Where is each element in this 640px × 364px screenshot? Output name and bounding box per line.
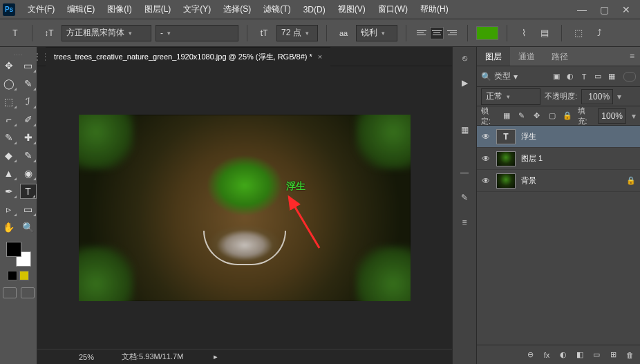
tool-healing[interactable]: ⌐ xyxy=(1,112,17,127)
orientation-icon[interactable]: ↕T xyxy=(41,25,57,41)
opacity-input[interactable]: 100% xyxy=(581,89,613,104)
document-tab-close[interactable]: × xyxy=(318,52,322,61)
layer-name[interactable]: 图层 1 xyxy=(521,153,543,164)
tool-history[interactable]: ✚ xyxy=(20,130,37,145)
layer-row[interactable]: 👁 背景 🔒 xyxy=(477,170,640,192)
tool-eraser[interactable]: ◆ xyxy=(1,148,17,163)
lock-all-icon[interactable]: 🔒 xyxy=(563,111,572,121)
tab-handle-icon[interactable]: ⋮⋮ xyxy=(37,47,46,66)
share-icon[interactable]: ⤴ xyxy=(591,25,608,41)
tool-dodge[interactable]: ◉ xyxy=(20,166,37,181)
group-icon[interactable]: ▭ xyxy=(592,350,601,359)
tool-lasso[interactable]: ◯ xyxy=(1,76,17,91)
window-minimize[interactable]: — xyxy=(571,2,593,17)
lock-transparent-icon[interactable]: ▦ xyxy=(502,111,511,121)
font-family-dropdown[interactable]: 方正粗黑宋简体 xyxy=(62,25,151,41)
canvas-text-layer[interactable]: 浮生 xyxy=(286,180,305,193)
warp-text-icon[interactable]: ⌇ xyxy=(516,25,532,41)
3d-icon[interactable]: ⬚ xyxy=(570,25,587,41)
tool-crop[interactable]: ⬚ xyxy=(1,94,17,109)
tools-handle[interactable] xyxy=(8,51,29,55)
window-maximize[interactable]: ▢ xyxy=(593,2,615,17)
filter-shape-icon[interactable]: ▭ xyxy=(593,72,603,82)
mini-swatches[interactable] xyxy=(8,271,29,280)
menu-select[interactable]: 选择(S) xyxy=(218,1,256,18)
layer-filter-dropdown[interactable]: 🔍 类型 ▾ xyxy=(481,70,518,82)
layer-mask-icon[interactable]: ◐ xyxy=(558,350,568,359)
tool-move[interactable]: ✥ xyxy=(1,58,17,73)
filter-toggle[interactable] xyxy=(623,72,636,82)
layer-name[interactable]: 浮生 xyxy=(521,131,536,142)
menu-3d[interactable]: 3D(D) xyxy=(298,2,331,17)
menu-image[interactable]: 图像(I) xyxy=(102,1,137,18)
delete-layer-icon[interactable]: 🗑 xyxy=(625,351,634,359)
fill-input[interactable]: 100% xyxy=(598,108,626,124)
layer-name[interactable]: 背景 xyxy=(521,175,536,186)
strip-icon-3[interactable]: — xyxy=(456,166,473,180)
menu-view[interactable]: 视图(V) xyxy=(332,1,371,18)
tool-zoom[interactable]: 🔍 xyxy=(20,220,37,235)
layer-fx-icon[interactable]: fx xyxy=(542,351,552,359)
tool-gradient[interactable]: ✎ xyxy=(20,148,37,163)
char-panel-icon[interactable]: ▤ xyxy=(536,25,553,41)
doc-info-arrow-icon[interactable]: ▸ xyxy=(214,352,218,361)
menu-edit[interactable]: 编辑(E) xyxy=(62,1,100,18)
filter-smart-icon[interactable]: ▦ xyxy=(607,72,617,82)
strip-icon-2[interactable]: ▦ xyxy=(456,123,473,137)
visibility-toggle[interactable]: 👁 xyxy=(481,132,491,142)
tool-preset-icon[interactable]: T xyxy=(7,25,23,41)
window-close[interactable]: ✕ xyxy=(615,2,637,17)
text-color-swatch[interactable] xyxy=(476,26,498,40)
menu-help[interactable]: 帮助(H) xyxy=(415,1,454,18)
tool-shape[interactable]: ▭ xyxy=(20,202,37,217)
font-style-dropdown[interactable]: - xyxy=(156,25,238,41)
antialias-dropdown[interactable]: 锐利 xyxy=(356,25,397,41)
menu-window[interactable]: 窗口(W) xyxy=(373,1,413,18)
tab-paths[interactable]: 路径 xyxy=(543,47,576,66)
filter-adjust-icon[interactable]: ◐ xyxy=(565,72,575,82)
lock-position-icon[interactable]: ✥ xyxy=(532,111,542,121)
doc-size-info[interactable]: 文档:5.93M/11.7M xyxy=(122,352,183,362)
lock-artboard-icon[interactable]: ▢ xyxy=(547,111,557,121)
canvas-viewport[interactable]: 浮生 xyxy=(37,66,452,349)
align-left[interactable] xyxy=(415,27,429,39)
quickmask-toggle[interactable] xyxy=(3,287,35,298)
layer-row[interactable]: 👁 图层 1 xyxy=(477,148,640,170)
tool-pen[interactable]: ✒ xyxy=(1,184,17,199)
tool-blur[interactable]: ▲ xyxy=(1,166,17,181)
color-swatch[interactable] xyxy=(6,242,31,267)
adjustment-layer-icon[interactable]: ◧ xyxy=(575,350,585,359)
tab-channels[interactable]: 通道 xyxy=(510,47,543,66)
tool-eyedropper[interactable]: ℐ xyxy=(20,94,37,109)
tool-quickselect[interactable]: ✎ xyxy=(20,76,37,91)
tool-brush[interactable]: ✐ xyxy=(20,112,37,127)
blend-mode-dropdown[interactable]: 正常 xyxy=(481,88,540,105)
filter-type-icon[interactable]: T xyxy=(579,72,589,82)
menu-layer[interactable]: 图层(L) xyxy=(139,1,177,18)
align-center[interactable] xyxy=(430,27,444,39)
tab-layers[interactable]: 图层 xyxy=(477,47,510,66)
menu-filter[interactable]: 滤镜(T) xyxy=(258,1,296,18)
tool-hand[interactable]: ✋ xyxy=(1,220,17,235)
visibility-toggle[interactable]: 👁 xyxy=(481,154,491,164)
tool-clone[interactable]: ✎ xyxy=(1,130,17,145)
strip-icon-1[interactable]: ▶ xyxy=(456,76,473,90)
zoom-level[interactable]: 25% xyxy=(79,353,94,361)
panel-menu-icon[interactable]: ≡ xyxy=(624,47,640,66)
menu-file[interactable]: 文件(F) xyxy=(22,1,60,18)
align-right[interactable] xyxy=(445,27,459,39)
document-tab[interactable]: trees_trees_creative_nature_green_1920x1… xyxy=(46,47,330,66)
layer-row[interactable]: 👁 T 浮生 xyxy=(477,126,640,148)
new-layer-icon[interactable]: ⊞ xyxy=(608,350,618,359)
link-layers-icon[interactable]: ⊖ xyxy=(525,350,535,359)
menu-type[interactable]: 文字(Y) xyxy=(178,1,216,18)
strip-icon-0[interactable]: ⎋ xyxy=(456,51,473,65)
font-size-dropdown[interactable]: 72 点 xyxy=(276,25,318,41)
tool-path[interactable]: ▹ xyxy=(1,202,17,217)
strip-icon-5[interactable]: ≡ xyxy=(456,215,473,229)
tool-type[interactable]: T xyxy=(20,184,37,199)
filter-pixel-icon[interactable]: ▣ xyxy=(552,72,561,82)
strip-icon-4[interactable]: ✎ xyxy=(456,191,473,204)
visibility-toggle[interactable]: 👁 xyxy=(481,176,491,186)
lock-pixels-icon[interactable]: ✎ xyxy=(517,111,527,121)
